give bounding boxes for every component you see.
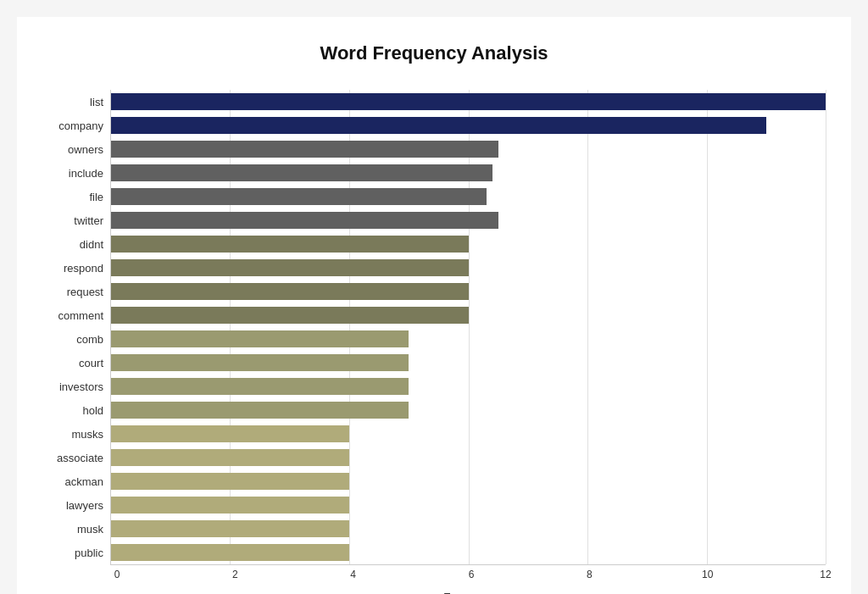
bar-row xyxy=(111,90,826,114)
bar xyxy=(111,473,349,490)
x-tick: 0 xyxy=(114,569,120,580)
bar xyxy=(111,141,498,158)
bar xyxy=(111,544,349,561)
bar-row xyxy=(111,303,826,327)
y-label: musk xyxy=(77,517,103,541)
bar-row xyxy=(111,327,826,351)
bar xyxy=(111,259,469,276)
x-tick: 2 xyxy=(232,569,238,580)
bar xyxy=(111,307,469,324)
y-label: court xyxy=(79,351,103,375)
bar xyxy=(111,520,349,537)
bar-row xyxy=(111,469,826,493)
y-label: investors xyxy=(59,375,103,398)
bar-row xyxy=(111,541,826,564)
y-label: associate xyxy=(57,446,103,469)
chart-title: Word Frequency Analysis xyxy=(42,42,826,64)
bar-row xyxy=(111,446,826,469)
y-label: list xyxy=(90,90,103,114)
x-axis: 024681012 Frequency xyxy=(117,565,826,594)
y-label: twitter xyxy=(74,208,103,232)
bar xyxy=(111,236,469,253)
bar-row xyxy=(111,517,826,541)
x-tick: 6 xyxy=(469,569,475,580)
y-label: public xyxy=(75,541,103,564)
x-tick: 10 xyxy=(702,569,713,580)
y-label: file xyxy=(89,185,103,208)
y-label: didnt xyxy=(80,232,103,256)
bar xyxy=(111,354,409,371)
bars-plot xyxy=(110,90,826,565)
bar xyxy=(111,188,487,205)
bar-row xyxy=(111,375,826,398)
bar xyxy=(111,425,349,442)
bar xyxy=(111,164,492,181)
bar xyxy=(111,212,498,229)
bar-row xyxy=(111,351,826,375)
bar-row xyxy=(111,185,826,208)
bar-row xyxy=(111,280,826,303)
y-label: include xyxy=(69,161,103,185)
x-ticks: 024681012 xyxy=(117,569,826,586)
bar xyxy=(111,93,826,110)
bar xyxy=(111,497,349,514)
y-label: comment xyxy=(58,303,103,327)
chart-area: listcompanyownersincludefiletwitterdidnt… xyxy=(42,90,826,594)
y-label: comb xyxy=(76,327,103,351)
bar-row xyxy=(111,232,826,256)
x-tick: 8 xyxy=(587,569,593,580)
x-tick: 12 xyxy=(820,569,831,580)
x-axis-label: Frequency xyxy=(117,591,826,594)
bar xyxy=(111,449,349,466)
bar-row xyxy=(111,137,826,161)
bar xyxy=(111,378,409,395)
bars-section: listcompanyownersincludefiletwitterdidnt… xyxy=(42,90,826,565)
y-label: owners xyxy=(68,137,103,161)
y-label: respond xyxy=(64,256,103,280)
y-label: lawyers xyxy=(66,493,103,517)
bar xyxy=(111,117,766,134)
bar-row xyxy=(111,422,826,446)
y-label: musks xyxy=(71,422,103,446)
x-tick: 4 xyxy=(350,569,356,580)
bar xyxy=(111,283,469,300)
bar-row xyxy=(111,208,826,232)
bar xyxy=(111,402,409,419)
bar xyxy=(111,330,409,347)
bar-row xyxy=(111,256,826,280)
bar-row xyxy=(111,114,826,137)
bar-row xyxy=(111,493,826,517)
y-label: company xyxy=(58,114,103,137)
y-axis: listcompanyownersincludefiletwitterdidnt… xyxy=(42,90,110,565)
y-label: ackman xyxy=(64,469,103,493)
y-label: hold xyxy=(82,398,103,422)
chart-container: Word Frequency Analysis listcompanyowner… xyxy=(17,17,851,594)
bar-row xyxy=(111,161,826,185)
grid-line xyxy=(826,90,826,564)
bar-row xyxy=(111,398,826,422)
y-label: request xyxy=(67,280,103,303)
